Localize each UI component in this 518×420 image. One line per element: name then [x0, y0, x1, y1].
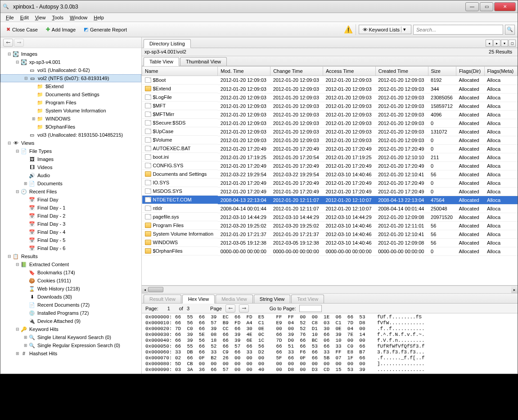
- tree-node[interactable]: 📅Final Day: [0, 196, 141, 204]
- hex-dump[interactable]: 0x000000: 66 55 66 39 EC 66 FD E5 FF FF …: [142, 313, 518, 374]
- table-row[interactable]: MSDOS.SYS2012-01-20 17:20:492012-01-20 1…: [142, 187, 518, 196]
- tree-node[interactable]: ⊟💽xp-sp3-v4.001: [0, 58, 141, 66]
- tree-toggle[interactable]: ⊟: [7, 52, 12, 56]
- tree-node[interactable]: ▭vol1 (Unallocated: 0-62): [0, 66, 141, 74]
- viewer-tab-hex-view[interactable]: Hex View: [182, 295, 215, 304]
- tab-directory-listing[interactable]: Directory Listing: [144, 39, 191, 48]
- table-row[interactable]: NTDETECT.COM2008-04-13 22:13:042012-01-2…: [142, 196, 518, 204]
- table-row[interactable]: boot.ini2012-01-20 17:19:252012-01-20 17…: [142, 153, 518, 161]
- table-row[interactable]: WINDOWS2012-03-05 19:12:382012-03-05 19:…: [142, 238, 518, 247]
- max-panel-button[interactable]: ◻: [509, 40, 516, 47]
- tree-toggle[interactable]: ⊟: [15, 189, 20, 194]
- tree-node[interactable]: 📄Recent Documents (72): [0, 301, 141, 309]
- tree-toggle[interactable]: ⊞: [23, 181, 28, 186]
- table-row[interactable]: $UpCase2012-01-20 12:09:032012-01-20 12:…: [142, 127, 518, 136]
- prev-panel-button[interactable]: ◂: [486, 40, 493, 47]
- tree-node[interactable]: 📅Final Day - 6: [0, 244, 141, 252]
- tree-node[interactable]: ⊟📗Extracted Content: [0, 260, 141, 268]
- tree-toggle[interactable]: ⊞: [15, 351, 20, 356]
- column-header[interactable]: Flags(Meta): [484, 67, 517, 76]
- close-button[interactable]: ✕: [494, 2, 516, 11]
- tree-node[interactable]: ⌛Web History (1218): [0, 285, 141, 293]
- tree-toggle[interactable]: ⊟: [7, 254, 12, 259]
- menu-window[interactable]: Window: [67, 14, 90, 21]
- tree-node[interactable]: 📁Documents and Settings: [0, 90, 141, 98]
- tree-toggle[interactable]: ⊟: [15, 60, 20, 64]
- tree-node[interactable]: 🔖Bookmarks (174): [0, 268, 141, 277]
- menu-view[interactable]: View: [32, 14, 49, 21]
- tree-node[interactable]: 🔊Audio: [0, 171, 141, 179]
- tree-node[interactable]: ⬇Downloads (30): [0, 293, 141, 301]
- close-case-button[interactable]: ✖ Close Case: [3, 25, 41, 34]
- tree-node[interactable]: ⊟📄File Types: [0, 147, 141, 155]
- drop-panel-button[interactable]: ▾: [501, 40, 508, 47]
- tree-node[interactable]: ⊟🔑Keyword Hits: [0, 325, 141, 333]
- column-header[interactable]: Flags(Dir): [456, 67, 484, 76]
- tree-node[interactable]: 🖼Images: [0, 155, 141, 163]
- column-header[interactable]: Name: [142, 67, 218, 76]
- tree-node[interactable]: 💿Installed Programs (72): [0, 309, 141, 317]
- page-next-button[interactable]: 🡒: [239, 304, 249, 313]
- tree-node[interactable]: 📅Final Day - 1: [0, 204, 141, 212]
- tree-node[interactable]: ⊟📋Results: [0, 252, 141, 260]
- table-row[interactable]: IO.SYS2012-01-20 17:20:492012-01-20 17:2…: [142, 179, 518, 187]
- table-row[interactable]: $OrphanFiles0000-00-00 00:00:000000-00-0…: [142, 247, 518, 255]
- table-row[interactable]: $MFT2012-01-20 12:09:032012-01-20 12:09:…: [142, 102, 518, 110]
- tree-node[interactable]: 📅Final Day - 4: [0, 228, 141, 236]
- tree-node[interactable]: ⊟🕘Recent Files: [0, 188, 141, 196]
- next-panel-button[interactable]: ▸: [493, 40, 500, 47]
- tree-toggle[interactable]: ⊟: [15, 327, 20, 331]
- table-row[interactable]: $MFTMirr2012-01-20 12:09:032012-01-20 12…: [142, 110, 518, 119]
- tree-node[interactable]: ⊞📁WINDOWS: [0, 115, 141, 123]
- forward-button[interactable]: 🡒: [14, 39, 24, 47]
- tree-toggle[interactable]: ⊞: [23, 335, 28, 340]
- table-row[interactable]: System Volume Information2012-01-20 17:2…: [142, 230, 518, 238]
- table-row[interactable]: $Secure:$SDS2012-01-20 12:09:032012-01-2…: [142, 119, 518, 127]
- tree-node[interactable]: ⊞🔍Single Regular Expression Search (0): [0, 341, 141, 349]
- file-table-wrap[interactable]: NameMod. TimeChange TimeAccess TimeCreat…: [142, 66, 518, 286]
- back-button[interactable]: 🡐: [3, 39, 13, 47]
- keyword-lists-button[interactable]: 👁 Keyword Lists ▾: [359, 25, 411, 34]
- add-image-button[interactable]: ✚ Add Image: [43, 25, 79, 34]
- table-row[interactable]: CONFIG.SYS2012-01-20 17:20:492012-01-20 …: [142, 161, 518, 170]
- tree-node[interactable]: ⊞#Hashset Hits: [0, 349, 141, 357]
- tree-toggle[interactable]: ⊟: [15, 262, 20, 267]
- table-row[interactable]: $Extend2012-01-20 12:09:032012-01-20 12:…: [142, 85, 518, 93]
- tree-node[interactable]: 📅Final Day - 2: [0, 212, 141, 220]
- tree-node[interactable]: ⊟▭vol2 (NTFS (0x07): 63-8193149): [0, 74, 141, 82]
- tree-toggle[interactable]: ⊟: [15, 149, 20, 153]
- tree-node[interactable]: 📁$Extend: [0, 82, 141, 90]
- goto-input[interactable]: [299, 305, 322, 312]
- titlebar[interactable]: 🔍 xpinbox1 - Autopsy 3.0.0b3 — ▭ ✕: [0, 0, 518, 13]
- tree-node[interactable]: 🔌Device Attached (9): [0, 317, 141, 325]
- minimize-button[interactable]: —: [465, 2, 479, 11]
- tree-node[interactable]: ▭vol3 (Unallocated: 8193150-10485215): [0, 131, 141, 139]
- table-row[interactable]: $Volume2012-01-20 12:09:032012-01-20 12:…: [142, 136, 518, 144]
- tree-toggle[interactable]: ⊟: [7, 141, 12, 145]
- tree-node[interactable]: 🎞Videos: [0, 163, 141, 171]
- search-button[interactable]: 🔍: [505, 25, 515, 35]
- scroll-right-button[interactable]: ▸: [511, 286, 518, 294]
- table-row[interactable]: $LogFile2012-01-20 12:09:032012-01-20 12…: [142, 93, 518, 102]
- table-row[interactable]: ntldr2008-04-14 00:01:442012-01-20 12:11…: [142, 204, 518, 213]
- table-row[interactable]: $Boot2012-01-20 12:09:032012-01-20 12:09…: [142, 76, 518, 85]
- menu-tools[interactable]: Tools: [49, 14, 66, 21]
- tab-table-view[interactable]: Table View: [144, 57, 179, 66]
- column-header[interactable]: Change Time: [270, 67, 323, 76]
- horizontal-scrollbar[interactable]: ◂ ▸: [142, 286, 518, 294]
- menu-edit[interactable]: Edit: [18, 14, 32, 21]
- tree-toggle[interactable]: ⊞: [31, 116, 36, 121]
- tree-node[interactable]: ⊟👁Views: [0, 139, 141, 147]
- tree-node[interactable]: ⊞📄Documents: [0, 179, 141, 188]
- table-row[interactable]: AUTOEXEC.BAT2012-01-20 17:20:492012-01-2…: [142, 144, 518, 153]
- maximize-button[interactable]: ▭: [480, 2, 493, 11]
- column-header[interactable]: Created Time: [375, 67, 428, 76]
- viewer-tab-string-view[interactable]: String View: [254, 295, 290, 303]
- tree[interactable]: ⊟💽Images⊟💽xp-sp3-v4.001▭vol1 (Unallocate…: [0, 48, 141, 374]
- table-row[interactable]: Program Files2012-03-20 19:25:022012-03-…: [142, 221, 518, 230]
- tree-node[interactable]: 📁System Volume Information: [0, 107, 141, 115]
- tree-toggle[interactable]: ⊟: [23, 76, 29, 80]
- tree-toggle[interactable]: ⊞: [23, 343, 28, 348]
- search-input[interactable]: [413, 25, 503, 35]
- column-header[interactable]: Access Time: [323, 67, 375, 76]
